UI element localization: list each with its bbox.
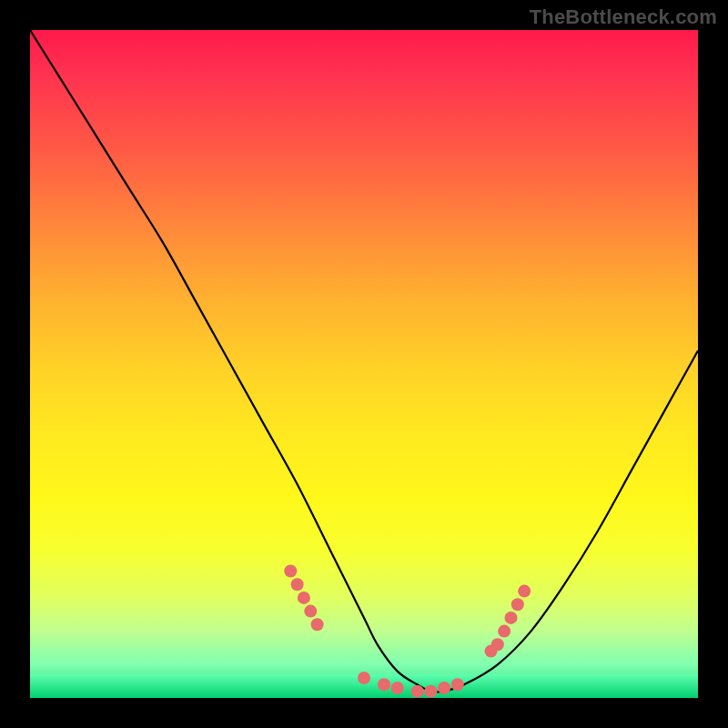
highlight-dot — [378, 678, 390, 691]
highlight-dot — [284, 565, 297, 578]
plot-area — [30, 30, 698, 698]
chart-container: TheBottleneck.com — [0, 0, 728, 728]
highlight-dot — [411, 685, 424, 698]
highlight-dot — [298, 592, 310, 604]
highlight-dot — [391, 682, 404, 694]
watermark-text: TheBottleneck.com — [530, 5, 717, 29]
highlight-dot — [304, 605, 317, 618]
highlight-dot — [511, 598, 524, 611]
highlight-dot — [438, 682, 450, 694]
curve-layer — [30, 30, 698, 698]
highlight-dot — [358, 672, 370, 684]
highlight-dot — [518, 585, 531, 598]
bottleneck-curve — [30, 30, 698, 693]
highlight-dot — [291, 578, 304, 591]
highlight-dot — [505, 612, 518, 624]
highlight-dot — [491, 638, 504, 651]
highlight-dot — [498, 625, 511, 638]
highlight-dot — [451, 678, 464, 691]
highlight-dot — [424, 685, 437, 698]
highlight-dot — [311, 618, 324, 631]
